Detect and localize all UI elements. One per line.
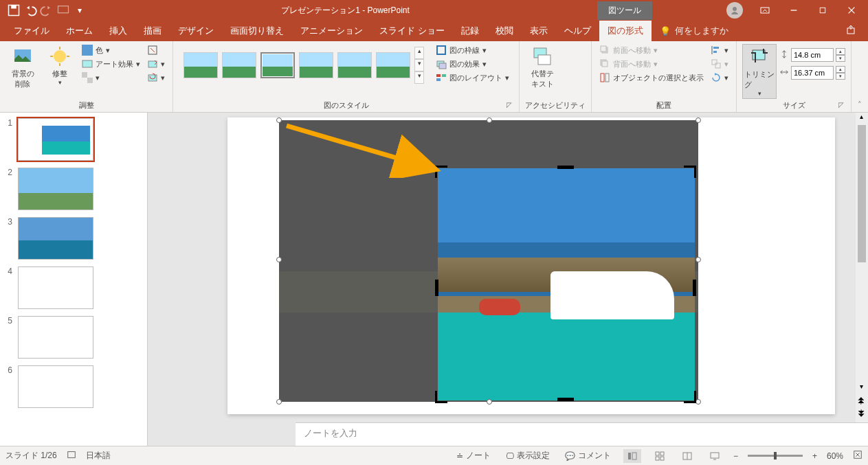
rotate-button[interactable]: ▾: [709, 71, 731, 84]
close-icon[interactable]: [838, 1, 865, 20]
maximize-icon[interactable]: [809, 1, 836, 20]
account-avatar[interactable]: [726, 2, 743, 19]
present-icon[interactable]: [56, 3, 70, 17]
qat-more-icon[interactable]: ▾: [73, 3, 87, 17]
style-thumb-1[interactable]: [183, 52, 218, 78]
transparency-button[interactable]: ▾: [80, 71, 142, 84]
style-thumb-6[interactable]: [376, 52, 410, 78]
picture-border-button[interactable]: 図の枠線 ▾: [434, 44, 511, 56]
style-thumb-2[interactable]: [222, 52, 256, 78]
collapse-ribbon-icon[interactable]: ˄: [858, 100, 862, 109]
group-button[interactable]: ▾: [709, 58, 731, 70]
remove-background-button[interactable]: 背景の 削除: [5, 44, 40, 91]
slide-thumb-4[interactable]: [18, 266, 93, 309]
tab-review[interactable]: 校閲: [487, 21, 522, 41]
normal-view-icon[interactable]: [623, 449, 641, 463]
undo-icon[interactable]: [23, 3, 37, 17]
zoom-in-button[interactable]: +: [812, 451, 817, 461]
crop-handle-tr[interactable]: [684, 166, 696, 178]
scroll-up-icon[interactable]: ▴: [856, 113, 867, 124]
display-settings-button[interactable]: 🖵 表示設定: [503, 449, 553, 463]
style-thumb-5[interactable]: [337, 52, 372, 78]
ribbon-options-icon[interactable]: [751, 1, 779, 20]
crop-handle-br[interactable]: [684, 391, 696, 403]
picture-styles-gallery[interactable]: ▴ ▾ ▾: [181, 44, 427, 87]
tab-insert[interactable]: 挿入: [101, 21, 135, 41]
crop-button[interactable]: トリミング▾: [742, 44, 777, 99]
share-icon[interactable]: [835, 20, 868, 41]
tab-slideshow[interactable]: スライド ショー: [371, 21, 453, 41]
tell-me[interactable]: 💡 何をしますか: [652, 21, 737, 41]
slide[interactable]: [227, 117, 835, 414]
change-picture-button[interactable]: ▾: [145, 58, 167, 70]
artistic-effects-button[interactable]: アート効果 ▾: [80, 58, 142, 70]
reset-picture-button[interactable]: ▾: [145, 71, 167, 84]
height-spin-up[interactable]: ▴: [836, 48, 845, 55]
reading-view-icon[interactable]: [678, 449, 696, 463]
minimize-icon[interactable]: [780, 1, 808, 20]
scroll-thumb[interactable]: [858, 125, 866, 262]
tab-draw[interactable]: 描画: [135, 21, 170, 41]
notes-toggle-button[interactable]: ≐ ノート: [454, 449, 493, 463]
bring-forward-button[interactable]: 前面へ移動 ▾: [597, 44, 706, 56]
crop-handle-r[interactable]: [693, 280, 696, 296]
slideshow-view-icon[interactable]: [706, 449, 724, 463]
tab-transitions[interactable]: 画面切り替え: [222, 21, 292, 41]
crop-handle-t[interactable]: [557, 166, 574, 169]
slide-indicator[interactable]: スライド 1/26: [5, 450, 57, 462]
tab-record[interactable]: 記録: [453, 21, 487, 41]
zoom-percent[interactable]: 60%: [827, 451, 843, 461]
prev-slide-icon[interactable]: ⯭: [856, 396, 867, 407]
scroll-down-icon[interactable]: ▾: [856, 383, 867, 394]
gallery-scroll-up[interactable]: ▴: [414, 47, 424, 59]
notes-pane[interactable]: ノートを入力: [296, 422, 868, 446]
corrections-button[interactable]: 修整▾: [43, 44, 77, 87]
compress-pictures-button[interactable]: [145, 44, 167, 56]
style-thumb-4[interactable]: [299, 52, 333, 78]
crop-handle-b[interactable]: [557, 398, 574, 401]
canvas-vertical-scrollbar[interactable]: ▴ ▾ ⯭ ⯯: [856, 113, 868, 422]
slide-thumb-3[interactable]: [18, 217, 93, 260]
tab-help[interactable]: ヘルプ: [556, 21, 599, 41]
crop-handle-bl[interactable]: [435, 391, 447, 403]
zoom-out-button[interactable]: −: [733, 451, 738, 461]
next-slide-icon[interactable]: ⯯: [856, 409, 867, 420]
slide-sorter-view-icon[interactable]: [651, 449, 669, 463]
height-spin-down[interactable]: ▾: [836, 55, 845, 62]
language-indicator[interactable]: 日本語: [86, 450, 111, 462]
gallery-more[interactable]: ▾: [414, 71, 424, 84]
picture-layout-button[interactable]: 図のレイアウト ▾: [434, 71, 511, 84]
alt-text-button[interactable]: 代替テ キスト: [525, 44, 559, 91]
slide-thumb-6[interactable]: [18, 365, 93, 408]
height-input[interactable]: [791, 48, 834, 62]
crop-handle-l[interactable]: [435, 280, 438, 296]
tab-design[interactable]: デザイン: [170, 21, 222, 41]
size-launcher-icon[interactable]: ◸: [837, 101, 845, 109]
fit-to-window-icon[interactable]: [853, 450, 863, 462]
gallery-scroll-down[interactable]: ▾: [414, 59, 424, 71]
tab-picture-format[interactable]: 図の形式: [599, 21, 652, 41]
styles-launcher-icon[interactable]: ◸: [505, 101, 513, 109]
crop-handle-tl[interactable]: [435, 166, 447, 178]
comments-button[interactable]: 💬 コメント: [562, 449, 614, 463]
cropped-image[interactable]: [438, 168, 695, 400]
picture-effects-button[interactable]: 図の効果 ▾: [434, 58, 511, 70]
tab-file[interactable]: ファイル: [5, 21, 58, 41]
spell-check-icon[interactable]: [67, 450, 76, 462]
tab-view[interactable]: 表示: [522, 21, 556, 41]
zoom-slider[interactable]: [748, 455, 803, 457]
selection-pane-button[interactable]: オブジェクトの選択と表示: [597, 71, 706, 84]
save-icon[interactable]: [7, 3, 21, 17]
tab-home[interactable]: ホーム: [58, 21, 101, 41]
style-thumb-3[interactable]: [260, 52, 295, 78]
send-backward-button[interactable]: 背面へ移動 ▾: [597, 58, 706, 70]
slide-thumb-1[interactable]: [18, 118, 93, 161]
width-spin-down[interactable]: ▾: [836, 73, 845, 80]
tab-animations[interactable]: アニメーション: [292, 21, 371, 41]
align-button[interactable]: ▾: [709, 44, 731, 56]
width-input[interactable]: [791, 66, 834, 80]
slide-thumb-2[interactable]: [18, 168, 93, 210]
redo-icon[interactable]: [40, 3, 54, 17]
color-button[interactable]: 色 ▾: [80, 44, 142, 56]
width-spin-up[interactable]: ▴: [836, 66, 845, 73]
